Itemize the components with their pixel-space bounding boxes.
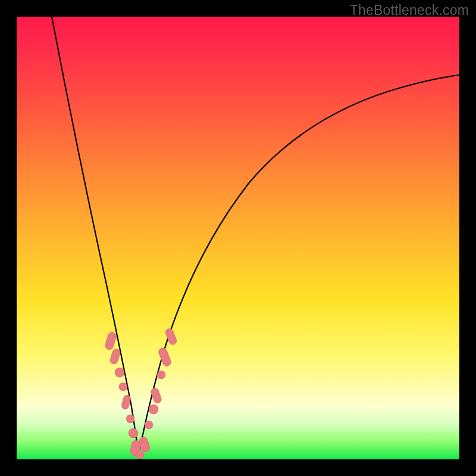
svg-rect-0	[104, 331, 117, 351]
chart-frame: TheBottleneck.com	[0, 0, 476, 476]
watermark-text: TheBottleneck.com	[350, 2, 469, 18]
svg-point-10	[145, 421, 153, 429]
svg-point-11	[149, 405, 158, 414]
svg-point-2	[115, 368, 124, 377]
svg-point-3	[119, 383, 127, 391]
marker-group	[104, 327, 178, 459]
curve-right-branch	[139, 75, 459, 456]
svg-point-8	[136, 450, 144, 459]
svg-rect-4	[121, 394, 131, 410]
svg-point-5	[126, 415, 134, 423]
curve-layer	[17, 17, 459, 459]
svg-point-13	[157, 371, 165, 379]
svg-point-6	[129, 428, 138, 438]
plot-area	[17, 17, 459, 459]
svg-rect-1	[109, 348, 121, 365]
